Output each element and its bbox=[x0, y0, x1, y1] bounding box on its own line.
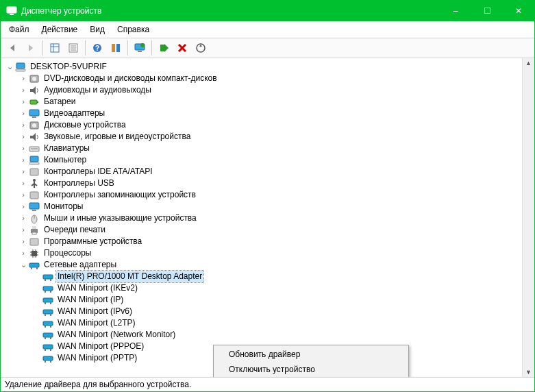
expand-icon[interactable]: › bbox=[18, 108, 28, 119]
tree-device[interactable]: Intel(R) PRO/1000 MT Desktop Adapter bbox=[32, 271, 522, 282]
audio-icon bbox=[29, 85, 40, 96]
expand-icon[interactable]: › bbox=[18, 154, 28, 166]
menu-file[interactable]: Файл bbox=[3, 23, 35, 36]
context-menu-item[interactable]: Отключить устройство bbox=[215, 362, 407, 377]
close-button[interactable]: ✕ bbox=[503, 1, 534, 21]
tree-device-label: WAN Miniport (IP) bbox=[56, 294, 125, 306]
network-adapter-icon bbox=[42, 330, 53, 341]
expand-icon[interactable]: › bbox=[18, 177, 28, 189]
network-adapter-icon bbox=[42, 306, 53, 317]
tree-category[interactable]: › Компьютер bbox=[18, 154, 522, 166]
tree-category[interactable]: › Дисковые устройства bbox=[18, 119, 522, 131]
update-driver-button[interactable] bbox=[131, 39, 149, 57]
tree-category[interactable]: › Мыши и иные указывающие устройства bbox=[18, 212, 522, 224]
expand-icon[interactable]: › bbox=[18, 189, 28, 201]
help-button[interactable]: ? bbox=[88, 39, 106, 57]
enable-device-button[interactable] bbox=[155, 39, 173, 57]
tree-category-label: Мониторы bbox=[42, 201, 84, 212]
tree-category[interactable]: › Аудиовходы и аудиовыходы bbox=[18, 84, 522, 96]
expand-icon[interactable]: › bbox=[18, 143, 28, 154]
computer-icon bbox=[15, 62, 26, 73]
context-menu-item[interactable]: Удалить устройство bbox=[215, 377, 407, 378]
tree-category-label: Дисковые устройства bbox=[42, 119, 127, 131]
tree-category-label: Программные устройства bbox=[42, 236, 143, 247]
network-icon bbox=[29, 260, 40, 271]
device-tree[interactable]: ⌄ DESKTOP-5VUPRIF › DVD-дисководы и диск… bbox=[1, 58, 522, 377]
expand-icon[interactable]: › bbox=[18, 119, 28, 131]
tree-device[interactable]: WAN Miniport (L2TP) bbox=[32, 317, 522, 329]
tree-category-label: Контроллеры USB bbox=[42, 177, 116, 189]
cpu-icon bbox=[29, 248, 40, 259]
tree-device[interactable]: WAN Miniport (IKEv2) bbox=[32, 282, 522, 294]
scroll-up-icon[interactable]: ▲ bbox=[525, 58, 532, 68]
tree-category-label: Контроллеры IDE ATA/ATAPI bbox=[42, 166, 154, 177]
expand-icon[interactable]: › bbox=[18, 247, 28, 259]
tree-category[interactable]: › Мониторы bbox=[18, 201, 522, 212]
maximize-button[interactable]: ☐ bbox=[471, 1, 503, 21]
optical-icon bbox=[29, 73, 40, 84]
tree-category[interactable]: › DVD-дисководы и дисководы компакт-диск… bbox=[18, 73, 522, 84]
keyboard-icon bbox=[29, 143, 40, 154]
expand-icon[interactable]: › bbox=[18, 236, 28, 247]
titlebar: Диспетчер устройств – ☐ ✕ bbox=[1, 1, 534, 21]
expand-icon[interactable]: › bbox=[18, 212, 28, 224]
vertical-scrollbar[interactable]: ▲ ▼ bbox=[522, 58, 534, 377]
expand-icon[interactable]: › bbox=[18, 224, 28, 236]
tree-category-label: Батареи bbox=[42, 96, 77, 108]
tree-category[interactable]: › Видеоадаптеры bbox=[18, 108, 522, 119]
tree-category-label: Клавиатуры bbox=[42, 143, 91, 154]
expand-icon[interactable]: › bbox=[18, 96, 28, 108]
tree-category-label: Видеоадаптеры bbox=[42, 108, 106, 119]
tree-device[interactable]: WAN Miniport (IP) bbox=[32, 294, 522, 306]
disk-icon bbox=[29, 120, 40, 131]
tree-category[interactable]: › Контроллеры USB bbox=[18, 177, 522, 189]
tree-category[interactable]: › Контроллеры IDE ATA/ATAPI bbox=[18, 166, 522, 177]
collapse-icon[interactable]: ⌄ bbox=[5, 61, 14, 73]
tree-category-network[interactable]: ⌄ Сетевые адаптеры bbox=[18, 259, 522, 271]
expand-icon[interactable]: › bbox=[18, 84, 28, 96]
tree-category[interactable]: › Программные устройства bbox=[18, 236, 522, 247]
context-menu-item[interactable]: Обновить драйвер bbox=[215, 347, 407, 362]
display-icon bbox=[29, 108, 40, 119]
svg-rect-37 bbox=[51, 44, 59, 52]
tree-device[interactable]: WAN Miniport (Network Monitor) bbox=[32, 329, 522, 341]
menu-help[interactable]: Справка bbox=[112, 23, 155, 36]
back-button[interactable] bbox=[3, 39, 21, 57]
tree-device[interactable]: WAN Miniport (IPv6) bbox=[32, 306, 522, 317]
tree-root[interactable]: ⌄ DESKTOP-5VUPRIF bbox=[5, 61, 522, 73]
svg-point-48 bbox=[140, 43, 145, 47]
tree-category-label: Компьютер bbox=[42, 154, 88, 166]
scroll-down-icon[interactable]: ▼ bbox=[525, 367, 532, 377]
forward-button[interactable] bbox=[22, 39, 40, 57]
expand-icon[interactable]: › bbox=[18, 131, 28, 143]
computer-icon bbox=[29, 155, 40, 166]
window-title: Диспетчер устройств bbox=[21, 6, 440, 16]
uninstall-device-button[interactable] bbox=[173, 39, 191, 57]
menu-view[interactable]: Вид bbox=[84, 23, 110, 36]
tree-category[interactable]: › Контроллеры запоминающих устройств bbox=[18, 189, 522, 201]
properties-button[interactable] bbox=[64, 39, 82, 57]
tree-category[interactable]: › Клавиатуры bbox=[18, 143, 522, 154]
tree-category[interactable]: › Звуковые, игровые и видеоустройства bbox=[18, 131, 522, 143]
expand-icon[interactable]: › bbox=[18, 166, 28, 177]
collapse-icon[interactable]: ⌄ bbox=[18, 259, 28, 271]
menu-action[interactable]: Действие bbox=[36, 23, 84, 36]
svg-marker-50 bbox=[164, 44, 169, 52]
show-hidden-button[interactable] bbox=[46, 39, 64, 57]
tree-category-label: Процессоры bbox=[42, 247, 93, 259]
expand-icon[interactable]: › bbox=[18, 73, 28, 84]
tree-category[interactable]: › Батареи bbox=[18, 96, 522, 108]
scan-hardware-button[interactable] bbox=[192, 39, 210, 57]
tree-category-label: Звуковые, игровые и видеоустройства bbox=[42, 131, 192, 143]
tree-category[interactable]: › Процессоры bbox=[18, 247, 522, 259]
svg-marker-35 bbox=[10, 45, 14, 51]
tree-category[interactable]: › Очереди печати bbox=[18, 224, 522, 236]
expand-icon[interactable]: › bbox=[18, 201, 28, 212]
minimize-button[interactable]: – bbox=[440, 1, 471, 21]
ide-icon bbox=[29, 167, 40, 177]
tree-category-label: Очереди печати bbox=[42, 224, 107, 236]
tree-category-label: Мыши и иные указывающие устройства bbox=[42, 212, 198, 224]
tree-category-label: Сетевые адаптеры bbox=[42, 259, 118, 271]
view-toggle-button[interactable] bbox=[107, 39, 125, 57]
svg-rect-49 bbox=[160, 45, 164, 51]
